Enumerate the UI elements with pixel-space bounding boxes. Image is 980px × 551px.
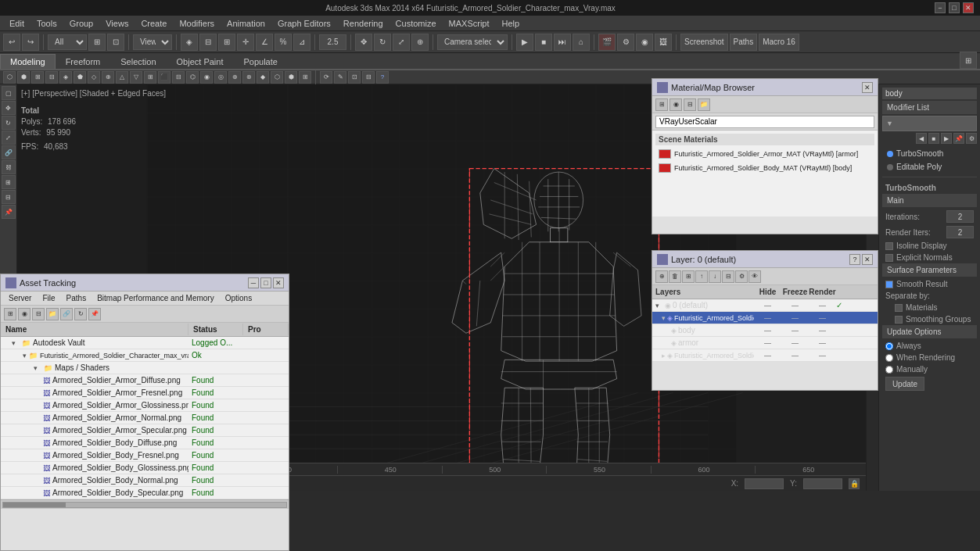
main-section-header[interactable]: Main: [882, 194, 977, 207]
mb-mat-item-1[interactable]: Futuristic_Armored_Soldier_Armor_MAT (VR…: [655, 147, 874, 161]
at-tb-btn-1[interactable]: ⊞: [4, 308, 16, 320]
rotate-btn[interactable]: ↻: [374, 34, 391, 51]
menu-graph-editors[interactable]: Graph Editors: [271, 17, 337, 30]
lt-select[interactable]: ▢: [2, 86, 16, 100]
model-btn-4[interactable]: ⊟: [45, 71, 58, 84]
at-tb-btn-6[interactable]: ↻: [74, 308, 87, 320]
model-btn-2[interactable]: ⬢: [17, 71, 30, 84]
at-menu-file[interactable]: File: [38, 293, 59, 303]
tab-modeling[interactable]: Modeling: [0, 54, 56, 69]
selection-filter[interactable]: Camera selection: [437, 34, 508, 50]
mod-nav-options[interactable]: ⚙: [966, 133, 977, 144]
modifier-dropdown[interactable]: ▼: [882, 116, 977, 131]
keyframe-btn[interactable]: ⌂: [573, 34, 590, 51]
menu-help[interactable]: Help: [496, 17, 526, 30]
mb-tb-1[interactable]: ⊞: [655, 98, 668, 111]
model-btn-9[interactable]: △: [116, 71, 128, 84]
view-dropdown[interactable]: View: [133, 34, 172, 50]
model-btn-14[interactable]: ⌬: [186, 71, 199, 84]
select-mode-dropdown[interactable]: All: [48, 34, 87, 50]
lm-tb-1[interactable]: ⊕: [655, 270, 668, 283]
at-horizontal-scrollbar[interactable]: [1, 499, 289, 509]
render-btn[interactable]: 🎬: [598, 34, 616, 51]
lm-tb-4[interactable]: ↑: [695, 270, 708, 283]
maximize-button[interactable]: □: [949, 2, 960, 13]
at-expand-vault[interactable]: ▾: [12, 339, 20, 347]
macro-btn[interactable]: Macro 16: [759, 34, 799, 51]
at-menu-bitmap-perf[interactable]: Bitmap Performance and Memory: [92, 293, 219, 303]
tab-object-paint[interactable]: Object Paint: [167, 54, 234, 69]
array-btn[interactable]: ⊞: [218, 34, 235, 51]
render-iters-input[interactable]: [946, 226, 974, 238]
paint-deform-btn[interactable]: ✎: [334, 71, 346, 84]
manually-radio[interactable]: [885, 366, 893, 374]
render-frame-btn[interactable]: 🖼: [655, 34, 672, 51]
at-row-file-2[interactable]: 🖼 Armored_Soldier_Armor_Fresnel.png Foun…: [1, 387, 289, 399]
always-radio[interactable]: [885, 342, 893, 350]
model-btn-20[interactable]: ⬡: [271, 71, 283, 84]
screenshot-btn[interactable]: Screenshot: [680, 34, 728, 51]
model-btn-11[interactable]: ⊞: [144, 71, 156, 84]
explicit-normals-checkbox[interactable]: [885, 254, 893, 262]
at-menu-options[interactable]: Options: [221, 293, 257, 303]
at-row-file-7[interactable]: 🖼 Armored_Soldier_Body_Fresnel.png Found: [1, 449, 289, 462]
menu-animation[interactable]: Animation: [221, 17, 271, 30]
model-btn-16[interactable]: ◎: [214, 71, 227, 84]
lm-row-character-2[interactable]: ▸ ◈ Futuristic_Armored_Soldier_Character…: [652, 349, 878, 362]
at-maximize-btn[interactable]: □: [260, 277, 271, 288]
model-btn-21[interactable]: ⬢: [285, 71, 297, 84]
model-btn-3[interactable]: ⊞: [31, 71, 44, 84]
at-minimize-btn[interactable]: ─: [248, 277, 259, 288]
lm-tb-6[interactable]: ⊟: [722, 270, 734, 283]
place-btn[interactable]: ⊕: [411, 34, 429, 51]
menu-create[interactable]: Create: [135, 17, 173, 30]
step-fwd-btn[interactable]: ⏭: [554, 34, 571, 51]
menu-modifiers[interactable]: Modifiers: [173, 17, 221, 30]
update-options-header[interactable]: Update Options: [882, 325, 977, 338]
at-scrolltrack[interactable]: [2, 502, 287, 508]
lm-tb-2[interactable]: 🗑: [669, 270, 681, 283]
modifier-list-header[interactable]: Modifier List: [882, 101, 977, 114]
modifier-item-turbosmooth[interactable]: TurboSmooth: [882, 147, 977, 160]
mb-tb-3[interactable]: ⊟: [684, 98, 696, 111]
menu-rendering[interactable]: Rendering: [337, 17, 389, 30]
menu-edit[interactable]: Edit: [3, 17, 31, 30]
symmetry-btn[interactable]: ⊟: [362, 71, 375, 84]
lm-close-btn[interactable]: ✕: [862, 254, 873, 265]
lt-pin[interactable]: 📌: [2, 205, 16, 219]
mb-mat-item-2[interactable]: Futuristic_Armored_Soldier_Body_MAT (VRa…: [655, 161, 874, 175]
model-btn-15[interactable]: ◉: [200, 71, 213, 84]
at-row-file-6[interactable]: 🖼 Armored_Soldier_Body_Diffuse.png Found: [1, 437, 289, 449]
model-btn-10[interactable]: ▽: [130, 71, 142, 84]
mod-nav-prev[interactable]: ◀: [916, 133, 927, 144]
mb-tb-4[interactable]: 📁: [698, 98, 710, 111]
snap-btn[interactable]: ✛: [237, 34, 254, 51]
mb-search-input[interactable]: [655, 116, 874, 128]
smooth-result-checkbox[interactable]: [885, 281, 893, 288]
at-tb-btn-3[interactable]: ⊟: [32, 308, 45, 320]
at-row-file-1[interactable]: 🖼 Armored_Soldier_Armor_Diffuse.png Foun…: [1, 374, 289, 387]
relax-btn[interactable]: ⊡: [348, 71, 361, 84]
lt-move[interactable]: ✥: [2, 101, 16, 115]
lt-bond[interactable]: ⊞: [2, 175, 16, 189]
at-row-file-4[interactable]: 🖼 Armored_Soldier_Armor_Normal.png Found: [1, 412, 289, 424]
at-expand-character[interactable]: ▾: [23, 352, 27, 360]
undo-button[interactable]: ↩: [3, 34, 20, 51]
align-btn[interactable]: ⊟: [199, 34, 217, 51]
surface-params-header[interactable]: Surface Parameters: [882, 263, 977, 277]
paths-btn[interactable]: Paths: [730, 34, 758, 51]
y-coord-input[interactable]: [803, 478, 842, 489]
tab-freeform[interactable]: Freeform: [56, 54, 111, 69]
lm-tb-3[interactable]: ⊞: [682, 270, 695, 283]
at-tb-btn-2[interactable]: ◉: [18, 308, 31, 320]
at-close-btn[interactable]: ✕: [273, 277, 284, 288]
model-btn-7[interactable]: ◇: [88, 71, 100, 84]
lm-tb-5[interactable]: ↓: [709, 270, 721, 283]
menu-group[interactable]: Group: [63, 17, 100, 30]
model-btn-19[interactable]: ◆: [257, 71, 269, 84]
iterations-input[interactable]: [946, 210, 974, 223]
lt-link[interactable]: 🔗: [2, 145, 16, 159]
scale-btn[interactable]: ⤢: [393, 34, 410, 51]
model-btn-6[interactable]: ⬟: [74, 71, 86, 84]
at-menu-paths[interactable]: Paths: [62, 293, 92, 303]
